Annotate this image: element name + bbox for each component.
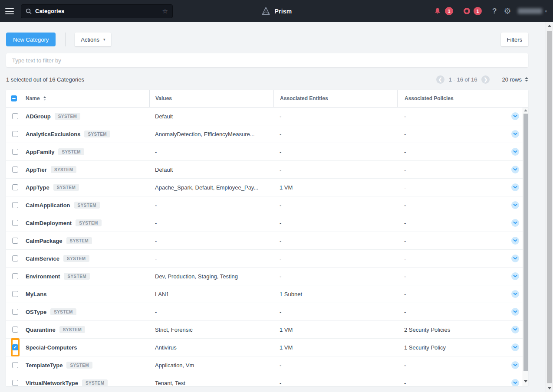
row-expand-button[interactable] (511, 237, 519, 245)
scroll-down-icon[interactable] (524, 380, 527, 382)
table-row[interactable]: ADGroup SYSTEM Default - - (6, 108, 523, 125)
scroll-up-icon[interactable] (548, 25, 551, 27)
category-name: Special-Computers (26, 344, 77, 351)
row-expand-button[interactable] (511, 130, 519, 138)
row-checkbox[interactable] (12, 131, 18, 137)
column-header-values[interactable]: Values (149, 90, 273, 108)
checkbox-highlight (11, 338, 20, 356)
row-checkbox[interactable] (12, 149, 18, 155)
row-checkbox[interactable] (12, 202, 18, 208)
cell-associated-entities: - (273, 149, 397, 155)
table-row[interactable]: MyLans LAN1 1 Subnet - (6, 285, 523, 303)
table-row[interactable]: Environment SYSTEM Dev, Production, Stag… (6, 268, 523, 285)
checkbox-highlight (11, 249, 20, 268)
system-badge: SYSTEM (63, 255, 89, 262)
checkbox-highlight (11, 285, 20, 303)
search-input[interactable] (35, 8, 162, 14)
prism-categories-page: ☆ Prism 1 1 ? ⚙ ▾ (0, 0, 553, 392)
table-row[interactable]: CalmPackage SYSTEM - - - (6, 232, 523, 250)
settings-gear-icon[interactable]: ⚙ (504, 7, 511, 15)
row-checkbox[interactable] (12, 291, 18, 297)
table-row[interactable]: CalmApplication SYSTEM - - - (6, 196, 523, 214)
row-expand-button[interactable] (511, 272, 519, 280)
category-name: Quarantine (26, 327, 56, 333)
new-category-button[interactable]: New Category (6, 33, 56, 46)
page-scrollbar-thumb[interactable] (547, 31, 552, 383)
scroll-up-icon[interactable] (524, 109, 527, 111)
cell-values: - (149, 220, 273, 226)
alert-count-badge[interactable]: 1 (474, 7, 482, 15)
cell-associated-entities: - (273, 238, 397, 244)
select-all-checkbox[interactable] (11, 95, 17, 101)
row-expand-button[interactable] (511, 343, 519, 351)
row-expand-button[interactable] (511, 255, 519, 262)
row-expand-button[interactable] (511, 166, 519, 173)
row-expand-button[interactable] (511, 148, 519, 156)
row-checkbox[interactable] (12, 113, 18, 119)
page-range-label: 1 - 16 of 16 (449, 76, 477, 83)
actions-dropdown-button[interactable]: Actions ▾ (75, 33, 111, 46)
row-checkbox[interactable] (12, 362, 18, 368)
cell-associated-entities: - (273, 220, 397, 226)
row-expand-button[interactable] (511, 112, 519, 120)
help-button[interactable]: ? (492, 7, 497, 16)
row-checkbox[interactable] (12, 344, 18, 350)
row-checkbox[interactable] (12, 327, 18, 333)
table-row[interactable]: VirtualNetworkType SYSTEM Tenant, Test -… (6, 374, 523, 386)
row-checkbox[interactable] (12, 167, 18, 173)
table-row[interactable]: AnalyticsExclusions SYSTEM AnomalyDetect… (6, 125, 523, 143)
row-expand-button[interactable] (511, 219, 519, 227)
filter-text-input[interactable] (6, 53, 528, 67)
table-row[interactable]: AppTier SYSTEM Default - - (6, 161, 523, 179)
row-checkbox[interactable] (12, 184, 18, 190)
next-page-button[interactable]: ❯ (481, 75, 490, 84)
system-badge: SYSTEM (84, 131, 110, 137)
row-checkbox[interactable] (12, 220, 18, 226)
page-scrollbar[interactable] (546, 22, 553, 392)
table-row[interactable]: Quarantine SYSTEM Strict, Forensic 1 VM … (6, 321, 523, 339)
table-row[interactable]: CalmDeployment SYSTEM - - - (6, 214, 523, 232)
cell-associated-policies: - (397, 362, 507, 369)
table-row[interactable]: CalmService SYSTEM - - - (6, 250, 523, 268)
table-row[interactable]: OSType SYSTEM - - - (6, 303, 523, 321)
row-checkbox[interactable] (12, 238, 18, 244)
row-expand-button[interactable] (511, 183, 519, 191)
category-name: Environment (26, 273, 60, 280)
row-expand-button[interactable] (511, 379, 519, 386)
row-checkbox[interactable] (12, 380, 18, 386)
row-expand-button[interactable] (511, 290, 519, 298)
category-name: CalmApplication (26, 202, 70, 209)
cell-associated-policies: - (397, 202, 507, 209)
row-checkbox[interactable] (12, 309, 18, 315)
rows-per-page-select[interactable]: 20 rows (502, 76, 528, 83)
table-row[interactable]: AppFamily SYSTEM - - - (6, 143, 523, 161)
row-expand-button[interactable] (511, 361, 519, 369)
row-checkbox[interactable] (12, 273, 18, 279)
row-expand-button[interactable] (511, 308, 519, 316)
scroll-down-icon[interactable] (548, 387, 551, 389)
filters-button[interactable]: Filters (501, 33, 528, 46)
notification-count-badge[interactable]: 1 (445, 7, 453, 15)
previous-page-button[interactable]: ❮ (436, 75, 444, 84)
system-badge: SYSTEM (64, 273, 90, 280)
star-icon[interactable]: ☆ (162, 8, 168, 14)
row-checkbox[interactable] (12, 255, 18, 261)
table-scrollbar[interactable] (523, 108, 528, 386)
global-search-box[interactable]: ☆ (21, 4, 173, 18)
row-expand-button[interactable] (511, 201, 519, 209)
column-header-name[interactable]: Name (26, 90, 149, 108)
user-menu-name-redacted[interactable] (518, 8, 542, 14)
column-header-associated-policies[interactable]: Associated Policies (397, 90, 507, 108)
notification-bell-icon[interactable] (434, 7, 441, 15)
menu-icon[interactable] (5, 7, 14, 16)
table-scrollbar-thumb[interactable] (523, 114, 528, 371)
column-header-associated-entities[interactable]: Associated Entities (273, 90, 397, 108)
table-row[interactable]: AppType SYSTEM Apache_Spark, Default, Em… (6, 179, 523, 196)
row-expand-button[interactable] (511, 326, 519, 333)
table-row[interactable]: Special-Computers Antivirus 1 VM 1 Secur… (6, 339, 523, 356)
cell-associated-entities: - (273, 113, 397, 120)
checkbox-highlight (11, 356, 20, 374)
alert-ring-icon[interactable] (464, 8, 470, 14)
cell-values: AnomalyDetection, EfficiencyMeasure... (149, 131, 273, 137)
table-row[interactable]: TemplateType SYSTEM Application, Vm - - (6, 356, 523, 374)
